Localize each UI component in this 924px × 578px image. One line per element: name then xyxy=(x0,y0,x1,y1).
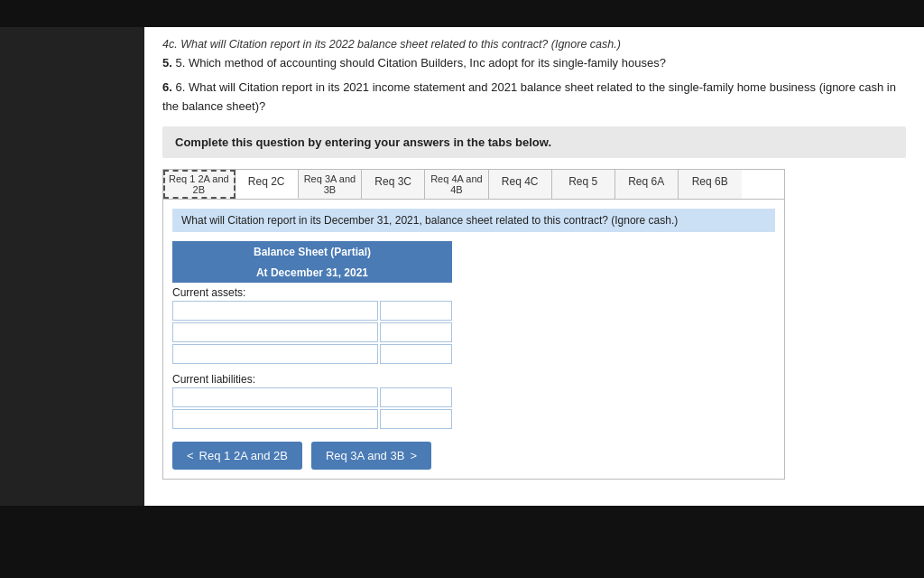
question-6-text: 6. What will Citation report in its 2021… xyxy=(162,80,896,113)
bs-current-liabilities-label: Current liabilities: xyxy=(172,369,452,387)
bs-asset-input-value-3[interactable] xyxy=(381,345,451,363)
question-5: 5. 5. Which method of accounting should … xyxy=(162,54,906,73)
tabs-container: Req 1 2A and2B Req 2C Req 3A and3B Req 3… xyxy=(162,169,785,200)
bs-title-text: Balance Sheet (Partial) xyxy=(254,246,371,258)
tab-req6a[interactable]: Req 6A xyxy=(615,170,679,199)
prev-button[interactable]: < Req 1 2A and 2B xyxy=(172,442,302,470)
bs-liability-label-1[interactable] xyxy=(172,387,378,407)
bs-asset-row-3 xyxy=(172,344,452,364)
bs-asset-label-1[interactable] xyxy=(172,301,378,321)
prev-icon: < xyxy=(187,449,194,462)
next-button[interactable]: Req 3A and 3B > xyxy=(311,442,431,470)
tab-req5[interactable]: Req 5 xyxy=(552,170,615,199)
question-5-text: 5. Which method of accounting should Cit… xyxy=(175,56,665,70)
content-question-label: What will Citation report in its Decembe… xyxy=(172,209,775,232)
bs-liability-input-label-1[interactable] xyxy=(173,388,377,406)
bs-liability-input-value-2[interactable] xyxy=(381,410,451,428)
tab-req2c[interactable]: Req 2C xyxy=(236,170,299,199)
bs-asset-value-2[interactable] xyxy=(380,322,452,342)
bs-asset-input-value-2[interactable] xyxy=(381,323,451,341)
next-button-label: Req 3A and 3B xyxy=(326,449,404,462)
truncated-question: 4c. What will Citation report in its 202… xyxy=(162,38,906,51)
bs-liability-label-2[interactable] xyxy=(172,409,378,429)
prev-button-label: Req 1 2A and 2B xyxy=(199,449,288,462)
bs-asset-input-label-1[interactable] xyxy=(173,302,377,320)
bs-current-liabilities-text: Current liabilities: xyxy=(172,373,255,386)
bs-asset-row-2 xyxy=(172,322,452,342)
bs-liability-value-2[interactable] xyxy=(380,409,452,429)
bs-asset-input-value-1[interactable] xyxy=(381,302,451,320)
bs-current-assets-text: Current assets: xyxy=(172,286,245,299)
main-content: 4c. What will Citation report in its 202… xyxy=(144,27,924,578)
bs-subtitle: At December 31, 2021 xyxy=(172,263,452,283)
complete-box: Complete this question by entering your … xyxy=(162,126,906,158)
question-6: 6. 6. What will Citation report in its 2… xyxy=(162,79,906,117)
tab-req1-2a-2b[interactable]: Req 1 2A and2B xyxy=(163,170,236,199)
complete-box-text: Complete this question by entering your … xyxy=(175,135,893,149)
top-bar xyxy=(0,0,924,27)
bs-asset-input-label-2[interactable] xyxy=(173,323,377,341)
bs-asset-label-2[interactable] xyxy=(172,322,378,342)
tab-req3c[interactable]: Req 3C xyxy=(362,170,425,199)
bs-asset-value-1[interactable] xyxy=(380,301,452,321)
bs-title: Balance Sheet (Partial) xyxy=(172,241,452,263)
bottom-bar xyxy=(0,506,924,578)
bs-asset-input-label-3[interactable] xyxy=(173,345,377,363)
truncated-question-text: 4c. What will Citation report in its 202… xyxy=(162,38,621,51)
tab-req3a-3b[interactable]: Req 3A and3B xyxy=(299,170,363,199)
bs-liability-input-label-2[interactable] xyxy=(173,410,377,428)
tab-req6b[interactable]: Req 6B xyxy=(679,170,742,199)
bs-liability-value-1[interactable] xyxy=(380,387,452,407)
bottom-navigation: < Req 1 2A and 2B Req 3A and 3B > xyxy=(172,442,795,470)
bs-asset-row-1 xyxy=(172,301,452,321)
tab-req4a-4b[interactable]: Req 4A and4B xyxy=(425,170,489,199)
bs-liability-input-value-1[interactable] xyxy=(381,388,451,406)
bs-liability-row-2 xyxy=(172,409,452,429)
bs-asset-value-3[interactable] xyxy=(380,344,452,364)
content-question-text: What will Citation report in its Decembe… xyxy=(181,214,678,227)
balance-sheet: Balance Sheet (Partial) At December 31, … xyxy=(172,241,452,429)
bs-current-assets-label: Current assets: xyxy=(172,283,452,301)
bs-liability-row-1 xyxy=(172,387,452,407)
bs-subtitle-text: At December 31, 2021 xyxy=(256,266,368,279)
left-panel xyxy=(0,27,144,542)
next-icon: > xyxy=(410,449,417,462)
tab-req4c[interactable]: Req 4C xyxy=(489,170,552,199)
tab-content-area: What will Citation report in its Decembe… xyxy=(162,200,785,480)
bs-asset-label-3[interactable] xyxy=(172,344,378,364)
